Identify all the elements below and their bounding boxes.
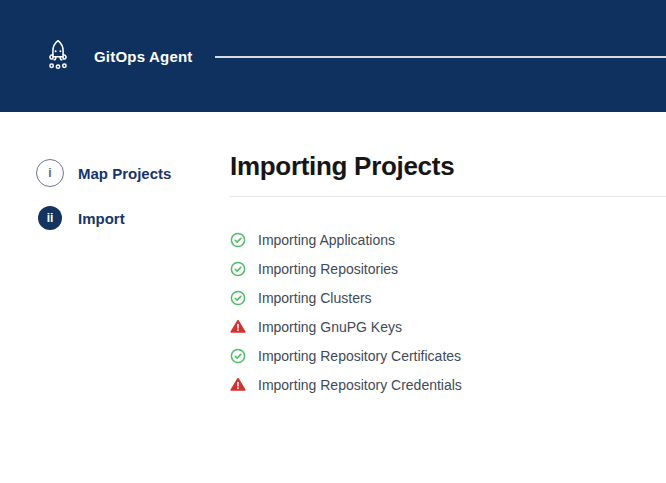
main-panel: Importing Projects Importing Application… <box>230 112 666 399</box>
warning-triangle-icon <box>230 319 246 335</box>
sidebar-step-map-projects[interactable]: i Map Projects <box>36 159 230 187</box>
import-item-label: Importing GnuPG Keys <box>258 319 402 335</box>
import-status-row: Importing Applications <box>230 225 666 254</box>
page-content: i Map Projects ii Import Importing Proje… <box>0 112 666 399</box>
import-status-row: Importing GnuPG Keys <box>230 312 666 341</box>
page-title: Importing Projects <box>230 150 666 182</box>
import-item-label: Importing Repository Certificates <box>258 348 461 364</box>
argo-octopus-icon <box>40 34 76 78</box>
step-badge-icon: ii <box>36 204 64 232</box>
step-label: Import <box>78 210 125 227</box>
step-label: Map Projects <box>78 165 171 182</box>
check-circle-icon <box>230 232 246 248</box>
sidebar-step-import[interactable]: ii Import <box>36 204 230 232</box>
brand-title: GitOps Agent <box>94 48 193 65</box>
warning-triangle-icon <box>230 377 246 393</box>
import-item-label: Importing Repository Credentials <box>258 377 462 393</box>
import-item-label: Importing Clusters <box>258 290 372 306</box>
title-divider-line <box>230 196 666 197</box>
app-header: GitOps Agent <box>0 0 666 112</box>
check-circle-icon <box>230 290 246 306</box>
wizard-sidebar: i Map Projects ii Import <box>0 112 230 399</box>
import-status-row: Importing Repositories <box>230 254 666 283</box>
check-circle-icon <box>230 348 246 364</box>
import-status-row: Importing Repository Certificates <box>230 341 666 370</box>
header-divider-line <box>215 56 666 58</box>
import-item-label: Importing Repositories <box>258 261 398 277</box>
step-numeral: i <box>36 159 64 187</box>
import-status-row: Importing Repository Credentials <box>230 370 666 399</box>
step-badge-icon: i <box>36 159 64 187</box>
import-status-list: Importing Applications Importing Reposit… <box>230 225 666 399</box>
import-item-label: Importing Applications <box>258 232 395 248</box>
step-numeral: ii <box>38 206 62 230</box>
check-circle-icon <box>230 261 246 277</box>
import-status-row: Importing Clusters <box>230 283 666 312</box>
